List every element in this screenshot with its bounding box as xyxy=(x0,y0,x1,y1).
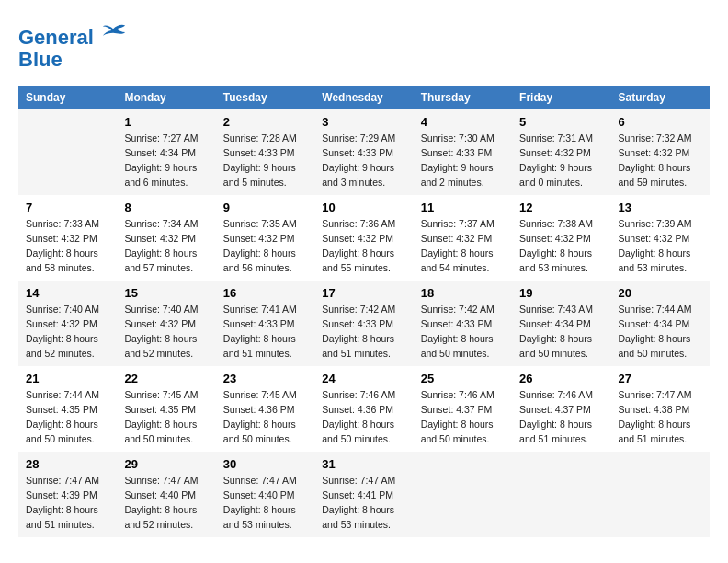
day-number: 2 xyxy=(223,115,307,129)
calendar-cell: 29Sunrise: 7:47 AM Sunset: 4:40 PM Dayli… xyxy=(117,452,215,537)
calendar-cell: 2Sunrise: 7:28 AM Sunset: 4:33 PM Daylig… xyxy=(216,109,314,195)
calendar-cell: 11Sunrise: 7:37 AM Sunset: 4:32 PM Dayli… xyxy=(414,195,512,281)
day-info: Sunrise: 7:32 AM Sunset: 4:32 PM Dayligh… xyxy=(619,132,702,190)
calendar-cell: 17Sunrise: 7:42 AM Sunset: 4:33 PM Dayli… xyxy=(314,281,413,366)
calendar-cell: 25Sunrise: 7:46 AM Sunset: 4:37 PM Dayli… xyxy=(414,366,512,452)
calendar-cell: 23Sunrise: 7:45 AM Sunset: 4:36 PM Dayli… xyxy=(216,366,314,452)
calendar-cell: 6Sunrise: 7:32 AM Sunset: 4:32 PM Daylig… xyxy=(611,109,710,195)
header-cell-wednesday: Wednesday xyxy=(314,86,413,109)
day-info: Sunrise: 7:46 AM Sunset: 4:37 PM Dayligh… xyxy=(519,388,603,446)
day-number: 23 xyxy=(223,372,307,385)
calendar-cell: 30Sunrise: 7:47 AM Sunset: 4:40 PM Dayli… xyxy=(216,452,314,537)
day-info: Sunrise: 7:39 AM Sunset: 4:32 PM Dayligh… xyxy=(619,217,702,275)
day-number: 11 xyxy=(421,201,505,214)
day-info: Sunrise: 7:47 AM Sunset: 4:40 PM Dayligh… xyxy=(223,474,307,532)
calendar-cell: 3Sunrise: 7:29 AM Sunset: 4:33 PM Daylig… xyxy=(314,109,413,195)
calendar-cell: 21Sunrise: 7:44 AM Sunset: 4:35 PM Dayli… xyxy=(18,366,117,452)
day-number: 24 xyxy=(322,372,405,385)
header-cell-sunday: Sunday xyxy=(18,86,117,109)
day-number: 16 xyxy=(223,286,307,300)
day-number: 17 xyxy=(322,286,405,300)
day-info: Sunrise: 7:33 AM Sunset: 4:32 PM Dayligh… xyxy=(26,217,109,275)
day-info: Sunrise: 7:35 AM Sunset: 4:32 PM Dayligh… xyxy=(223,217,307,275)
calendar-cell: 8Sunrise: 7:34 AM Sunset: 4:32 PM Daylig… xyxy=(117,195,215,281)
day-info: Sunrise: 7:44 AM Sunset: 4:35 PM Dayligh… xyxy=(26,388,109,446)
day-number: 20 xyxy=(619,286,702,300)
day-info: Sunrise: 7:41 AM Sunset: 4:33 PM Dayligh… xyxy=(223,303,307,361)
day-info: Sunrise: 7:46 AM Sunset: 4:36 PM Dayligh… xyxy=(322,388,405,446)
day-info: Sunrise: 7:45 AM Sunset: 4:36 PM Dayligh… xyxy=(223,388,307,446)
calendar-cell: 14Sunrise: 7:40 AM Sunset: 4:32 PM Dayli… xyxy=(18,281,117,366)
calendar-cell: 9Sunrise: 7:35 AM Sunset: 4:32 PM Daylig… xyxy=(216,195,314,281)
calendar-cell: 24Sunrise: 7:46 AM Sunset: 4:36 PM Dayli… xyxy=(314,366,413,452)
day-number: 26 xyxy=(519,372,603,385)
week-row-5: 28Sunrise: 7:47 AM Sunset: 4:39 PM Dayli… xyxy=(18,452,710,537)
day-number: 19 xyxy=(519,286,603,300)
day-number: 6 xyxy=(619,115,702,129)
day-number: 22 xyxy=(124,372,208,385)
day-info: Sunrise: 7:45 AM Sunset: 4:35 PM Dayligh… xyxy=(124,388,208,446)
day-number: 27 xyxy=(619,372,702,385)
day-info: Sunrise: 7:42 AM Sunset: 4:33 PM Dayligh… xyxy=(322,303,405,361)
calendar-cell: 28Sunrise: 7:47 AM Sunset: 4:39 PM Dayli… xyxy=(18,452,117,537)
calendar-cell xyxy=(18,109,117,195)
day-number: 28 xyxy=(26,457,109,471)
calendar-cell: 26Sunrise: 7:46 AM Sunset: 4:37 PM Dayli… xyxy=(512,366,610,452)
day-info: Sunrise: 7:42 AM Sunset: 4:33 PM Dayligh… xyxy=(421,303,505,361)
week-row-2: 7Sunrise: 7:33 AM Sunset: 4:32 PM Daylig… xyxy=(18,195,710,281)
day-number: 13 xyxy=(619,201,702,214)
day-number: 31 xyxy=(322,457,405,471)
calendar-cell: 31Sunrise: 7:47 AM Sunset: 4:41 PM Dayli… xyxy=(314,452,413,537)
calendar-cell: 12Sunrise: 7:38 AM Sunset: 4:32 PM Dayli… xyxy=(512,195,610,281)
logo-blue: Blue xyxy=(18,48,63,71)
day-info: Sunrise: 7:36 AM Sunset: 4:32 PM Dayligh… xyxy=(322,217,405,275)
week-row-3: 14Sunrise: 7:40 AM Sunset: 4:32 PM Dayli… xyxy=(18,281,710,366)
header-cell-tuesday: Tuesday xyxy=(216,86,314,109)
calendar-cell: 22Sunrise: 7:45 AM Sunset: 4:35 PM Dayli… xyxy=(117,366,215,452)
calendar-cell xyxy=(512,452,610,537)
day-number: 10 xyxy=(322,201,405,214)
day-info: Sunrise: 7:46 AM Sunset: 4:37 PM Dayligh… xyxy=(421,388,505,446)
day-info: Sunrise: 7:47 AM Sunset: 4:40 PM Dayligh… xyxy=(124,474,208,532)
day-number: 4 xyxy=(421,115,505,129)
day-number: 8 xyxy=(124,201,208,214)
day-number: 29 xyxy=(124,457,208,471)
logo-bird-icon xyxy=(101,18,127,44)
header-cell-thursday: Thursday xyxy=(414,86,512,109)
day-number: 18 xyxy=(421,286,505,300)
day-number: 15 xyxy=(124,286,208,300)
day-info: Sunrise: 7:37 AM Sunset: 4:32 PM Dayligh… xyxy=(421,217,505,275)
day-info: Sunrise: 7:31 AM Sunset: 4:32 PM Dayligh… xyxy=(519,132,603,190)
day-info: Sunrise: 7:29 AM Sunset: 4:33 PM Dayligh… xyxy=(322,132,405,190)
calendar-cell xyxy=(611,452,710,537)
logo: General Blue xyxy=(18,18,127,71)
day-info: Sunrise: 7:34 AM Sunset: 4:32 PM Dayligh… xyxy=(124,217,208,275)
calendar-cell: 15Sunrise: 7:40 AM Sunset: 4:32 PM Dayli… xyxy=(117,281,215,366)
logo-general: General xyxy=(18,26,94,49)
header-cell-monday: Monday xyxy=(117,86,215,109)
day-info: Sunrise: 7:27 AM Sunset: 4:34 PM Dayligh… xyxy=(124,132,208,190)
day-number: 30 xyxy=(223,457,307,471)
day-number: 21 xyxy=(26,372,109,385)
header-cell-friday: Friday xyxy=(512,86,610,109)
week-row-1: 1Sunrise: 7:27 AM Sunset: 4:34 PM Daylig… xyxy=(18,109,710,195)
calendar-cell: 1Sunrise: 7:27 AM Sunset: 4:34 PM Daylig… xyxy=(117,109,215,195)
day-info: Sunrise: 7:38 AM Sunset: 4:32 PM Dayligh… xyxy=(519,217,603,275)
day-number: 25 xyxy=(421,372,505,385)
day-number: 7 xyxy=(26,201,109,214)
calendar-cell: 27Sunrise: 7:47 AM Sunset: 4:38 PM Dayli… xyxy=(611,366,710,452)
day-number: 12 xyxy=(519,201,603,214)
calendar-table: SundayMondayTuesdayWednesdayThursdayFrid… xyxy=(18,86,710,537)
week-row-4: 21Sunrise: 7:44 AM Sunset: 4:35 PM Dayli… xyxy=(18,366,710,452)
calendar-cell: 10Sunrise: 7:36 AM Sunset: 4:32 PM Dayli… xyxy=(314,195,413,281)
calendar-cell: 20Sunrise: 7:44 AM Sunset: 4:34 PM Dayli… xyxy=(611,281,710,366)
day-info: Sunrise: 7:40 AM Sunset: 4:32 PM Dayligh… xyxy=(124,303,208,361)
day-info: Sunrise: 7:28 AM Sunset: 4:33 PM Dayligh… xyxy=(223,132,307,190)
calendar-cell: 4Sunrise: 7:30 AM Sunset: 4:33 PM Daylig… xyxy=(414,109,512,195)
calendar-cell: 18Sunrise: 7:42 AM Sunset: 4:33 PM Dayli… xyxy=(414,281,512,366)
calendar-cell xyxy=(414,452,512,537)
day-number: 5 xyxy=(519,115,603,129)
day-number: 14 xyxy=(26,286,109,300)
calendar-cell: 5Sunrise: 7:31 AM Sunset: 4:32 PM Daylig… xyxy=(512,109,610,195)
day-info: Sunrise: 7:44 AM Sunset: 4:34 PM Dayligh… xyxy=(619,303,702,361)
